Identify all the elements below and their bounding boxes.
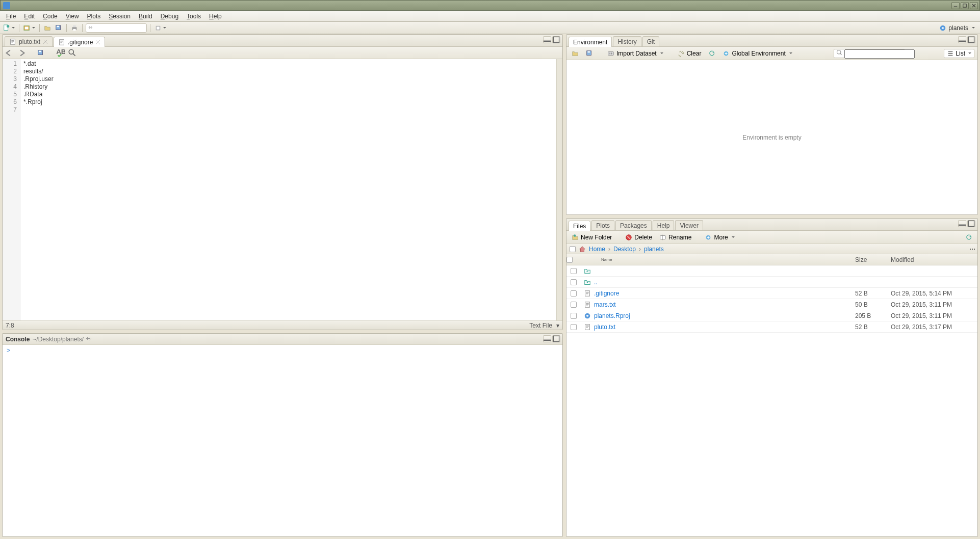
svg-rect-16 [544, 40, 551, 42]
popout-icon[interactable] [86, 336, 92, 342]
file-checkbox[interactable] [571, 268, 577, 274]
select-all-checkbox[interactable] [570, 246, 576, 252]
file-row-parent[interactable] [566, 265, 977, 277]
editor-status-bar: 7:8 Text File ▾ [3, 320, 562, 330]
file-link[interactable]: .gitignore [594, 290, 619, 297]
find-button[interactable] [68, 48, 77, 58]
spellcheck-button[interactable]: ABC [56, 48, 65, 58]
refresh-files-button[interactable] [963, 233, 974, 242]
console-body[interactable]: > [3, 345, 562, 536]
minimize-pane-button[interactable] [543, 335, 551, 342]
env-tab-git[interactable]: Git [642, 36, 659, 46]
menu-file[interactable]: File [2, 11, 20, 21]
close-button[interactable] [970, 2, 978, 9]
breadcrumb-planets[interactable]: planets [644, 246, 664, 253]
environment-search[interactable] [834, 49, 905, 58]
window-controls [951, 2, 978, 9]
file-checkbox[interactable] [571, 313, 577, 319]
svg-rect-37 [968, 221, 974, 226]
close-tab-button[interactable] [95, 40, 100, 45]
main-toolbar: planets [0, 22, 980, 34]
save-workspace-button[interactable] [584, 49, 595, 58]
minimize-pane-button[interactable] [958, 220, 966, 227]
maximize-pane-button[interactable] [967, 36, 975, 43]
import-dataset-button[interactable]: Import Dataset [605, 49, 665, 58]
code-editor[interactable]: 1234567 *.datresults/.Rproj.user.Rhistor… [3, 59, 562, 320]
file-row[interactable]: mars.txt50 BOct 29, 2015, 3:11 PM [566, 299, 977, 310]
editor-scrollbar[interactable] [556, 59, 562, 320]
menu-edit[interactable]: Edit [20, 11, 39, 21]
maximize-pane-button[interactable] [552, 36, 560, 43]
breadcrumb-more[interactable]: ⋯ [969, 246, 975, 253]
save-all-button[interactable] [54, 23, 63, 33]
file-row-parent[interactable]: .. [566, 277, 977, 288]
menu-code[interactable]: Code [39, 11, 62, 21]
environment-pane: Environment History Git Import Da [566, 34, 978, 215]
file-row[interactable]: .gitignore52 BOct 29, 2015, 5:14 PM [566, 288, 977, 299]
close-tab-button[interactable] [43, 39, 48, 44]
menu-tools[interactable]: Tools [183, 11, 205, 21]
svg-rect-10 [73, 29, 75, 31]
forward-button[interactable] [17, 48, 26, 58]
svg-rect-45 [585, 302, 590, 307]
file-row[interactable]: planets.Rproj205 BOct 29, 2015, 3:11 PM [566, 310, 977, 321]
files-tab-help[interactable]: Help [653, 220, 675, 230]
more-button[interactable]: More [703, 233, 736, 242]
svg-rect-41 [660, 235, 666, 239]
file-checkbox[interactable] [571, 302, 577, 308]
menu-debug[interactable]: Debug [157, 11, 183, 21]
file-link[interactable]: mars.txt [594, 301, 616, 308]
tab-pluto[interactable]: pluto.txt [5, 36, 53, 46]
new-folder-button[interactable]: New Folder [570, 233, 614, 242]
source-toolbar: ABC [3, 47, 562, 59]
print-button[interactable] [70, 23, 79, 33]
files-tab-plots[interactable]: Plots [591, 220, 614, 230]
minimize-pane-button[interactable] [543, 36, 551, 43]
load-workspace-button[interactable] [570, 49, 581, 58]
file-link[interactable]: planets.Rproj [594, 312, 630, 319]
files-tab-packages[interactable]: Packages [615, 220, 652, 230]
file-link[interactable]: pluto.txt [594, 324, 615, 331]
menu-build[interactable]: Build [135, 11, 157, 21]
menu-view[interactable]: View [62, 11, 83, 21]
maximize-button[interactable] [961, 2, 969, 9]
delete-button[interactable]: Delete [623, 233, 654, 242]
new-file-button[interactable] [2, 23, 16, 33]
menu-session[interactable]: Session [105, 11, 135, 21]
breadcrumb-home[interactable]: Home [589, 246, 605, 253]
maximize-pane-button[interactable] [967, 220, 975, 227]
file-row[interactable]: pluto.txt52 BOct 29, 2015, 3:17 PM [566, 321, 977, 333]
code-area[interactable]: *.datresults/.Rproj.user.Rhistory.RData*… [20, 59, 562, 320]
menu-plots[interactable]: Plots [83, 11, 105, 21]
env-tab-environment[interactable]: Environment [569, 37, 612, 47]
tab-gitignore[interactable]: .gitignore [54, 37, 105, 47]
go-to-file-input[interactable] [86, 23, 147, 33]
open-file-button[interactable] [43, 23, 52, 33]
svg-rect-17 [553, 37, 559, 42]
save-button[interactable] [36, 48, 45, 58]
file-checkbox[interactable] [571, 324, 577, 330]
env-tab-history[interactable]: History [613, 36, 641, 46]
addins-button[interactable] [153, 23, 167, 33]
files-tab-files[interactable]: Files [569, 221, 590, 231]
home-icon[interactable] [579, 246, 586, 253]
rename-button[interactable]: Rename [657, 233, 693, 242]
list-view-button[interactable]: List [944, 49, 974, 58]
environment-scope-selector[interactable]: Global Environment [720, 49, 794, 58]
minimize-pane-button[interactable] [958, 36, 966, 43]
menu-help[interactable]: Help [205, 11, 226, 21]
file-checkbox[interactable] [571, 290, 577, 297]
new-project-button[interactable] [22, 23, 36, 33]
project-selector[interactable]: planets [936, 24, 978, 32]
breadcrumb-desktop[interactable]: Desktop [613, 246, 636, 253]
file-link[interactable]: .. [594, 279, 598, 286]
file-checkbox[interactable] [571, 279, 577, 285]
clear-button[interactable]: Clear [676, 49, 704, 58]
minimize-button[interactable] [951, 2, 960, 9]
svg-rect-47 [585, 324, 590, 330]
refresh-button[interactable] [706, 49, 717, 58]
header-checkbox[interactable] [566, 257, 573, 263]
maximize-pane-button[interactable] [552, 335, 560, 342]
files-tab-viewer[interactable]: Viewer [675, 220, 703, 230]
back-button[interactable] [5, 48, 14, 58]
